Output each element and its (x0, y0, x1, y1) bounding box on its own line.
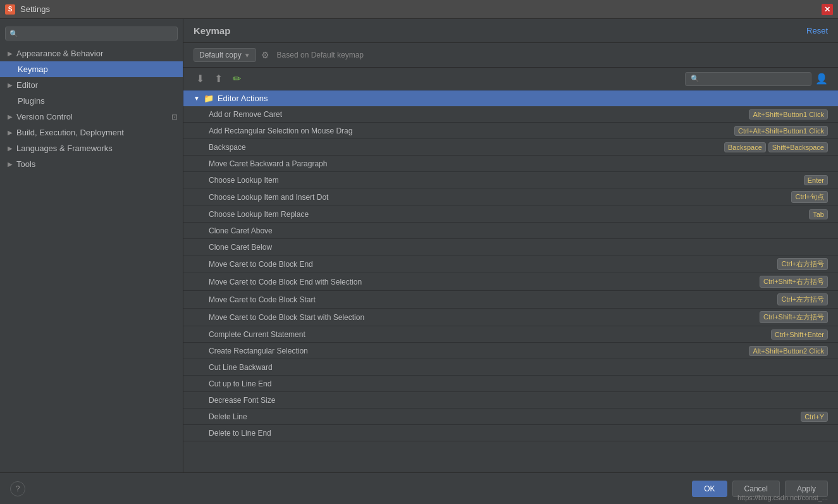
row-shortcuts: Ctrl+Shift+右方括号 (760, 276, 828, 288)
table-row[interactable]: Cut Line Backward (183, 359, 838, 376)
sidebar: 🔍 ▶ Appearance & Behavior Keymap ▶ Edito… (0, 19, 183, 472)
search-icon: 🔍 (691, 75, 699, 83)
section-arrow-icon: ▼ (194, 95, 200, 102)
row-label: Move Caret to Code Block End with Select… (209, 278, 760, 286)
shortcut-badge: Ctrl+右方括号 (777, 258, 828, 270)
content-header: Keymap Reset (183, 19, 838, 43)
table-row[interactable]: Move Caret to Code Block Start with Sele… (183, 309, 838, 326)
table-row[interactable]: Choose Lookup Item and Insert Dot Ctrl+句… (183, 188, 838, 206)
row-label: Cut Line Backward (209, 363, 828, 372)
row-label: Create Rectangular Selection (209, 347, 749, 355)
row-label: Delete to Line End (209, 429, 828, 438)
keymap-name: Default copy (199, 51, 242, 59)
row-label: Delete Line (209, 412, 801, 421)
url-bar: https://blog.csdn.net/const_... (737, 494, 828, 501)
shortcut-badge: Backspace (724, 142, 766, 152)
table-row[interactable]: Choose Lookup Item Enter (183, 172, 838, 188)
row-label: Choose Lookup Item Replace (209, 210, 809, 219)
shortcut-badge: Enter (804, 175, 828, 185)
row-shortcuts: Alt+Shift+Button1 Click (749, 109, 828, 120)
keymap-dropdown[interactable]: Default copy ▼ (194, 48, 256, 62)
sidebar-item-keymap[interactable]: Keymap (0, 61, 183, 77)
sidebar-item-appearance[interactable]: ▶ Appearance & Behavior (0, 46, 183, 61)
app-icon: S (5, 4, 15, 15)
shortcut-badge: Ctrl+Shift+Enter (771, 329, 828, 340)
sidebar-search[interactable]: 🔍 (5, 27, 178, 40)
table-row[interactable]: Clone Caret Above (183, 223, 838, 239)
expand-all-button[interactable]: ⬇ (194, 71, 207, 86)
row-label: Backspace (209, 143, 724, 152)
close-button[interactable]: ✕ (822, 4, 833, 15)
edit-button[interactable]: ✏ (230, 71, 243, 86)
table-row[interactable]: Backspace Backspace Shift+Backspace (183, 139, 838, 156)
table-row[interactable]: Cut up to Line End (183, 376, 838, 392)
sidebar-item-label: Tools (16, 159, 35, 169)
table-row[interactable]: Complete Current Statement Ctrl+Shift+En… (183, 326, 838, 343)
reset-button[interactable]: Reset (806, 26, 828, 35)
table-row[interactable]: Add Rectangular Selection on Mouse Drag … (183, 123, 838, 139)
sidebar-item-build[interactable]: ▶ Build, Execution, Deployment (0, 125, 183, 140)
row-shortcuts: Alt+Shift+Button2 Click (749, 346, 828, 356)
sidebar-item-label: Build, Execution, Deployment (16, 128, 124, 137)
row-label: Move Caret to Code Block End (209, 260, 777, 269)
search-icon: 🔍 (9, 30, 18, 38)
ok-button[interactable]: OK (692, 481, 727, 497)
row-shortcuts: Tab (809, 209, 828, 219)
arrow-icon: ▶ (8, 129, 13, 136)
table-row[interactable]: Add or Remove Caret Alt+Shift+Button1 Cl… (183, 106, 838, 123)
sidebar-item-label: Version Control (16, 112, 73, 121)
keymap-search[interactable]: 🔍 (685, 72, 811, 86)
shortcut-badge: Ctrl+Alt+Shift+Button1 Click (734, 126, 828, 136)
row-label: Move Caret Backward a Paragraph (209, 159, 828, 168)
sidebar-item-label: Keymap (18, 65, 48, 74)
sidebar-item-label: Plugins (18, 96, 45, 106)
table-row[interactable]: Create Rectangular Selection Alt+Shift+B… (183, 343, 838, 359)
shortcut-badge: Alt+Shift+Button1 Click (749, 109, 828, 120)
gear-button[interactable]: ⚙ (261, 50, 269, 60)
table-row[interactable]: Move Caret to Code Block Start Ctrl+左方括号 (183, 291, 838, 309)
row-shortcuts: Ctrl+Shift+左方括号 (760, 311, 828, 323)
row-shortcuts: Ctrl+Alt+Shift+Button1 Click (734, 126, 828, 136)
sidebar-item-version-control[interactable]: ▶ Version Control ⊡ (0, 109, 183, 125)
chevron-down-icon: ▼ (244, 52, 250, 59)
row-label: Decrease Font Size (209, 396, 828, 405)
content-area: Keymap Reset Default copy ▼ ⚙ Based on D… (183, 19, 838, 472)
section-label: Editor Actions (218, 94, 268, 103)
row-label: Move Caret to Code Block Start with Sele… (209, 313, 760, 322)
table-row[interactable]: Choose Lookup Item Replace Tab (183, 206, 838, 223)
table-row[interactable]: Move Caret Backward a Paragraph (183, 156, 838, 172)
shortcut-badge: Ctrl+Shift+左方括号 (760, 311, 828, 323)
sidebar-item-languages[interactable]: ▶ Languages & Frameworks (0, 140, 183, 156)
table-row[interactable]: Clone Caret Below (183, 239, 838, 255)
sidebar-item-plugins[interactable]: Plugins (0, 93, 183, 109)
arrow-icon: ▶ (8, 161, 13, 168)
arrow-icon: ▶ (8, 113, 13, 120)
sidebar-item-editor[interactable]: ▶ Editor (0, 77, 183, 93)
row-shortcuts: Ctrl+Y (801, 412, 828, 422)
shortcut-badge: Ctrl+Y (801, 412, 828, 422)
sidebar-item-tools[interactable]: ▶ Tools (0, 156, 183, 172)
keymap-search-input[interactable] (702, 75, 806, 83)
user-icon-button[interactable]: 👤 (815, 73, 828, 85)
collapse-all-button[interactable]: ⬆ (212, 71, 225, 86)
table-row[interactable]: Delete to Line End (183, 425, 838, 441)
row-label: Choose Lookup Item (209, 176, 804, 185)
table-row[interactable]: Decrease Font Size (183, 392, 838, 409)
sidebar-item-label: Languages & Frameworks (16, 144, 113, 153)
section-editor-actions[interactable]: ▼ 📁 Editor Actions (183, 90, 838, 106)
sidebar-search-input[interactable] (21, 29, 173, 38)
table-row[interactable]: Move Caret to Code Block End Ctrl+右方括号 (183, 255, 838, 273)
based-on-label: Based on Default keymap (277, 51, 364, 59)
row-shortcuts: Backspace Shift+Backspace (724, 142, 828, 152)
shortcut-badge: Ctrl+句点 (791, 191, 828, 203)
row-label: Add or Remove Caret (209, 110, 749, 119)
row-label: Clone Caret Below (209, 243, 828, 252)
help-button[interactable]: ? (10, 481, 25, 496)
table-area: ▼ 📁 Editor Actions Add or Remove Caret A… (183, 90, 838, 472)
row-shortcuts: Ctrl+句点 (791, 191, 828, 203)
table-row[interactable]: Delete Line Ctrl+Y (183, 409, 838, 425)
table-row[interactable]: Move Caret to Code Block End with Select… (183, 273, 838, 291)
shortcut-badge: Ctrl+Shift+右方括号 (760, 276, 828, 288)
title-bar: S Settings ✕ (0, 0, 838, 19)
actions-toolbar: ⬇ ⬆ ✏ 🔍 👤 (183, 68, 838, 90)
